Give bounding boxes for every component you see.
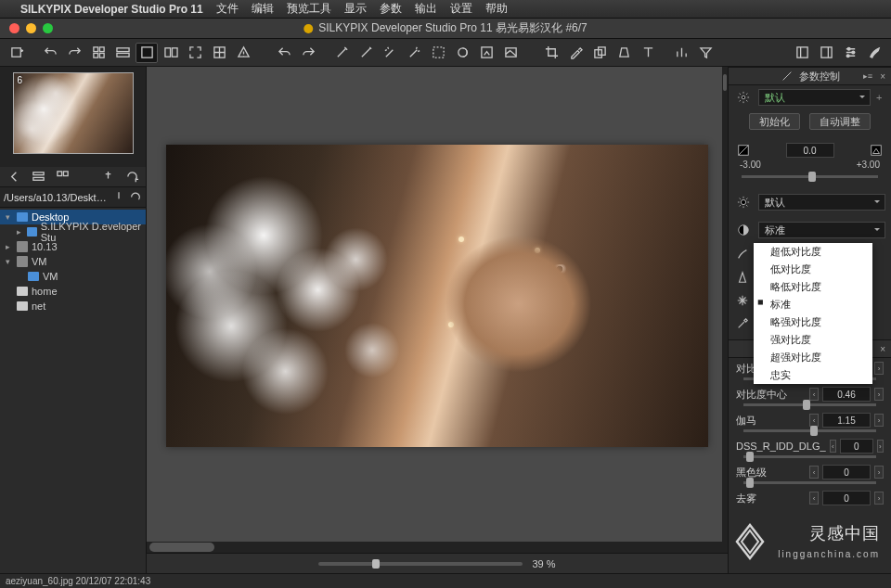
param-value-gamma[interactable]: 1.15 (822, 413, 871, 428)
app-name[interactable]: SILKYPIX Developer Studio Pro 11 (20, 3, 203, 16)
canvas-area[interactable] (147, 67, 728, 553)
menu-settings[interactable]: 设置 (450, 1, 472, 17)
mask-button[interactable] (475, 43, 497, 63)
filter-button[interactable] (694, 43, 717, 63)
tree-item-vm-sub[interactable]: VM (0, 269, 146, 284)
marquee-button[interactable] (427, 43, 449, 63)
exposure-value[interactable]: 0.0 (786, 143, 834, 158)
param-value-dss[interactable]: 0 (840, 439, 873, 454)
svg-rect-23 (57, 172, 61, 176)
path-refresh-icon[interactable] (129, 191, 142, 204)
svg-rect-6 (116, 53, 128, 57)
thumb-refresh-icon[interactable] (123, 169, 140, 185)
mac-menubar: SILKYPIX Developer Studio Pro 11 文件 编辑 预… (0, 0, 891, 19)
grid-4-button[interactable] (208, 43, 230, 63)
status-text: aeziyuan_60.jpg 20/12/07 22:01:43 (6, 576, 150, 586)
menu-display[interactable]: 显示 (344, 1, 367, 17)
param-value-black[interactable]: 0 (822, 465, 871, 479)
exposure-right-icon[interactable] (867, 144, 885, 157)
grid-wide-button[interactable] (111, 43, 134, 63)
dropdown-option[interactable]: 忠实 (754, 366, 872, 384)
window-close-button[interactable] (9, 23, 19, 33)
brush-panel-icon[interactable] (734, 246, 751, 262)
path-pin-icon[interactable] (112, 191, 125, 204)
sparkle-panel-icon[interactable] (734, 292, 751, 309)
initialize-button[interactable]: 初始化 (749, 113, 800, 130)
tree-item-home[interactable]: home (0, 284, 146, 299)
send-button[interactable] (499, 43, 522, 63)
thumb-grid-icon[interactable] (54, 169, 71, 185)
slider-black[interactable] (743, 481, 876, 484)
image-viewer: 39 % (147, 67, 728, 573)
eyedropper-button[interactable] (564, 43, 587, 63)
tree-item-vm[interactable]: ▾VM (0, 254, 146, 269)
dropdown-option[interactable]: 低对比度 (754, 261, 872, 278)
compare-view-button[interactable] (160, 43, 182, 63)
dropdown-option[interactable]: 略强对比度 (754, 313, 872, 331)
dropdown-option[interactable]: 强对比度 (754, 331, 872, 349)
effects-button[interactable] (451, 43, 473, 63)
tree-item-net[interactable]: net (0, 299, 146, 313)
crop-button[interactable] (540, 43, 562, 63)
rotate-left-button[interactable] (39, 43, 61, 63)
param-value-dehaze[interactable]: 0 (822, 491, 871, 505)
preset-select[interactable]: 默认 (758, 89, 871, 106)
sliders-button[interactable] (839, 43, 861, 63)
text-button[interactable] (637, 43, 659, 63)
single-view-button[interactable] (136, 43, 158, 63)
slider-gamma[interactable] (743, 429, 876, 432)
menu-help[interactable]: 帮助 (485, 1, 508, 17)
slider-dss[interactable] (743, 455, 876, 458)
clone-button[interactable] (588, 43, 611, 63)
rotate-right-button[interactable] (63, 43, 85, 63)
thumb-list-icon[interactable] (30, 169, 46, 185)
tree-item-silkypix-folder[interactable]: ▸S.ILKYPIX D.eveloper Stu (0, 224, 146, 239)
slider-contrast-center[interactable] (743, 403, 876, 406)
auto-adjust-button[interactable]: 自动调整 (809, 113, 871, 130)
contrast-select[interactable]: 标准 (758, 222, 885, 238)
dropdown-option[interactable]: 超低对比度 (754, 243, 872, 261)
contrast-dropdown[interactable]: 超低对比度 低对比度 略低对比度 标准 略强对比度 强对比度 超强对比度 忠实 (754, 243, 872, 384)
thumb-prev-icon[interactable] (6, 169, 22, 185)
grid-small-button[interactable] (87, 43, 110, 63)
perspective-button[interactable] (613, 43, 635, 63)
tool-panel-icon[interactable] (734, 315, 751, 332)
thumb-pin-icon[interactable] (99, 169, 116, 185)
dropdown-option[interactable]: 略低对比度 (754, 278, 872, 296)
layout-right-button[interactable] (815, 43, 837, 63)
sharpen-panel-icon[interactable] (734, 269, 751, 286)
window-maximize-button[interactable] (43, 23, 53, 33)
param-value-contrast-center[interactable]: 0.46 (822, 387, 871, 402)
fit-button[interactable] (184, 43, 206, 63)
section-header-params[interactable]: 参数控制 ▸≡× (729, 67, 891, 85)
window-minimize-button[interactable] (26, 23, 36, 33)
menu-file[interactable]: 文件 (216, 1, 239, 17)
gear-icon[interactable] (734, 91, 753, 104)
warning-button[interactable] (232, 43, 254, 63)
dropdown-option[interactable]: 超强对比度 (754, 349, 872, 366)
wand2-button[interactable] (355, 43, 377, 63)
svg-rect-9 (172, 48, 177, 57)
redo-button[interactable] (297, 43, 319, 63)
exposure-slider[interactable] (742, 175, 878, 178)
menu-preview[interactable]: 预览工具 (287, 1, 331, 17)
menu-edit[interactable]: 编辑 (252, 1, 274, 17)
wand-button[interactable] (330, 43, 353, 63)
zoom-slider[interactable] (318, 562, 523, 566)
file-tree[interactable]: ▾Desktop ▸S.ILKYPIX D.eveloper Stu ▸10.1… (0, 208, 146, 573)
wand4-button[interactable] (403, 43, 425, 63)
white-balance-select[interactable]: 默认 (758, 194, 885, 211)
menu-params[interactable]: 参数 (380, 1, 402, 17)
levels-button[interactable] (670, 43, 692, 63)
add-image-button[interactable] (6, 43, 28, 63)
horizontal-scrollbar[interactable] (147, 542, 728, 553)
dropdown-option-selected[interactable]: 标准 (754, 296, 872, 313)
layout-left-button[interactable] (791, 43, 813, 63)
step-up[interactable]: › (874, 362, 884, 375)
brush-button[interactable] (863, 43, 885, 63)
thumbnail-item[interactable]: 6 (13, 72, 134, 154)
svg-point-28 (741, 199, 745, 204)
menu-output[interactable]: 输出 (415, 1, 437, 17)
undo-button[interactable] (273, 43, 295, 63)
wand3-button[interactable] (379, 43, 401, 63)
